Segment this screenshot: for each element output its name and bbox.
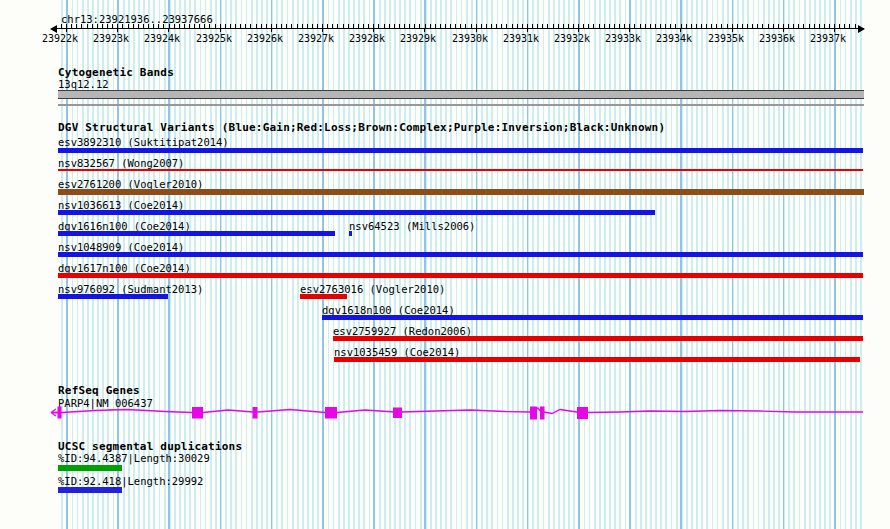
variant-bar[interactable]	[300, 294, 347, 299]
axis-tick: 23932k	[546, 33, 598, 44]
cytoband-subline	[58, 104, 864, 106]
axis-tick: 23936k	[751, 33, 803, 44]
cytobands-header: Cytogenetic Bands	[58, 67, 174, 78]
axis-tick: 23934k	[648, 33, 700, 44]
dgv-header: DGV Structural Variants (Blue:Gain;Red:L…	[58, 122, 665, 133]
gene-exons	[58, 407, 589, 420]
variant-bar[interactable]	[334, 357, 860, 362]
variant-bar[interactable]	[58, 273, 863, 278]
variant-bar[interactable]	[58, 294, 168, 299]
segdup-label[interactable]: %ID:94.4387|Length:30029	[58, 453, 210, 463]
axis-left-arrow-icon	[50, 25, 57, 33]
variant-label[interactable]: nsv1048909 (Coe2014)	[58, 242, 184, 252]
axis-tick: 23926k	[239, 33, 291, 44]
axis-right-arrow-icon	[858, 25, 865, 33]
axis-tick: 23928k	[341, 33, 393, 44]
genome-browser-view: chr13:23921936..23937666 23922k 23923k 2…	[0, 0, 890, 529]
axis-tick: 23930k	[444, 33, 496, 44]
axis-tick: 23935k	[700, 33, 752, 44]
variant-bar[interactable]	[58, 210, 655, 215]
segdup-label[interactable]: %ID:92.418|Length:29992	[58, 476, 203, 486]
gene-model-glyph[interactable]	[0, 404, 890, 426]
variant-label[interactable]: esv2761200 (Vogler2010)	[58, 179, 203, 189]
variant-label[interactable]: dgv1618n100 (Coe2014)	[322, 305, 455, 315]
variant-label[interactable]: nsv1036613 (Coe2014)	[58, 200, 184, 210]
variant-label[interactable]: esv3892310 (Suktitipat2014)	[58, 137, 229, 147]
segdup-bar[interactable]	[58, 487, 122, 493]
axis-tick: 23937k	[802, 33, 854, 44]
variant-bar[interactable]	[58, 252, 863, 257]
variant-label[interactable]: esv2763016 (Vogler2010)	[300, 284, 445, 294]
variant-label[interactable]: nsv976092 (Sudmant2013)	[58, 284, 203, 294]
axis-tick: 23927k	[290, 33, 342, 44]
axis-tick: 23923k	[85, 33, 137, 44]
variant-bar[interactable]	[322, 315, 863, 320]
axis-tick: 23933k	[597, 33, 649, 44]
variant-bar[interactable]	[58, 231, 335, 236]
axis-tick: 23922k	[34, 33, 86, 44]
refseq-header: RefSeq Genes	[58, 385, 140, 396]
variant-bar[interactable]	[58, 169, 863, 171]
axis-tick: 23925k	[188, 33, 240, 44]
variant-bar[interactable]	[58, 189, 864, 195]
variant-label[interactable]: dgv1616n100 (Coe2014)	[58, 221, 191, 231]
variant-label[interactable]: nsv1035459 (Coe2014)	[334, 347, 460, 357]
segdup-header: UCSC segmental duplications	[58, 441, 242, 452]
variant-label[interactable]: esv2759927 (Redon2006)	[333, 326, 472, 336]
axis-major-ticks	[66, 29, 842, 32]
cytoband-label[interactable]: 13q12.12	[58, 79, 109, 89]
variant-label[interactable]: nsv832567 (Wong2007)	[58, 158, 184, 168]
variant-label[interactable]: dgv1617n100 (Coe2014)	[58, 263, 191, 273]
variant-bar[interactable]	[349, 231, 352, 236]
segdup-bar[interactable]	[58, 465, 122, 471]
cytoband-bar[interactable]	[58, 90, 864, 99]
axis-tick: 23924k	[136, 33, 188, 44]
variant-bar[interactable]	[333, 336, 863, 341]
axis-tick: 23931k	[495, 33, 547, 44]
variant-bar[interactable]	[58, 148, 863, 153]
variant-label[interactable]: nsv64523 (Mills2006)	[349, 221, 475, 231]
axis-tick: 23929k	[392, 33, 444, 44]
